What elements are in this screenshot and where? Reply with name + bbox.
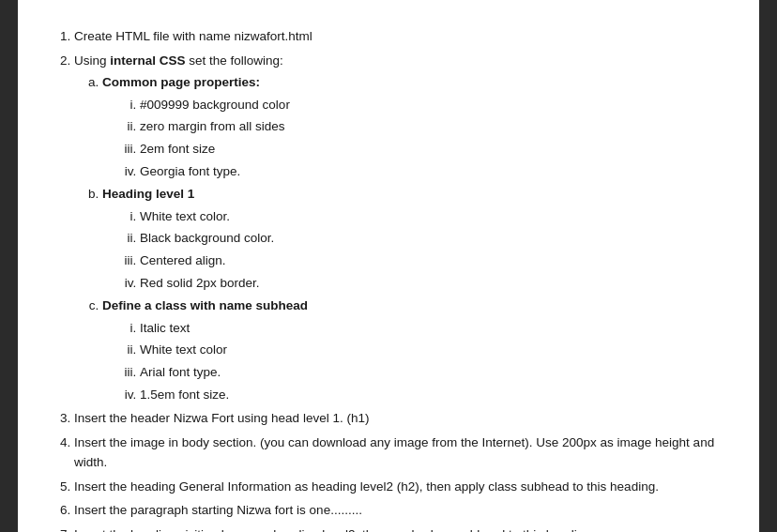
item-3-text: Insert the header Nizwa Fort using head … xyxy=(74,411,369,425)
roman-item: Black background color. xyxy=(140,228,722,249)
item-2-text-bold: internal CSS xyxy=(110,53,185,68)
content-area: Create HTML file with name nizwafort.htm… xyxy=(18,0,759,532)
roman-list-b: White text color. Black background color… xyxy=(102,206,722,293)
roman-item: White text color xyxy=(140,340,722,360)
sub-item-a-label: Common page properties: xyxy=(102,75,260,89)
roman-item: Georgia font type. xyxy=(140,161,722,182)
list-item: Using internal CSS set the following: Co… xyxy=(74,51,722,405)
item-1-text: Create HTML file with name nizwafort.htm… xyxy=(74,29,312,43)
roman-item: 2em font size xyxy=(140,139,722,160)
item-2-text-before: Using xyxy=(74,53,110,68)
item-4-text: Insert the image in body section. (you c… xyxy=(74,435,714,470)
item-7-text: Insert the heading visiting hours as hea… xyxy=(74,527,595,532)
main-list: Create HTML file with name nizwafort.htm… xyxy=(55,26,722,532)
roman-item: Arial font type. xyxy=(140,362,722,383)
list-item: Create HTML file with name nizwafort.htm… xyxy=(74,26,722,47)
roman-list-c: Italic text White text color Arial font … xyxy=(102,318,722,404)
roman-item: Centered align. xyxy=(140,251,722,271)
roman-item: 1.5em font size. xyxy=(140,385,722,405)
roman-item: Italic text xyxy=(140,318,722,339)
sub-item-a: Common page properties: #009999 backgrou… xyxy=(102,72,722,181)
list-item: Insert the header Nizwa Fort using head … xyxy=(74,408,722,429)
list-item: Insert the paragraph starting Nizwa fort… xyxy=(74,500,722,521)
sub-item-c-label: Define a class with name subhead xyxy=(102,298,308,312)
sub-item-b-label: Heading level 1 xyxy=(102,187,194,201)
roman-item: zero margin from all sides xyxy=(140,116,722,137)
roman-list-a: #009999 background color zero margin fro… xyxy=(102,95,722,181)
sub-alpha-list: Common page properties: #009999 backgrou… xyxy=(74,72,722,404)
sub-item-c: Define a class with name subhead Italic … xyxy=(102,296,722,404)
list-item: Insert the heading visiting hours as hea… xyxy=(74,524,722,532)
roman-item: #009999 background color xyxy=(140,95,722,115)
roman-item: Red solid 2px border. xyxy=(140,273,722,294)
item-6-text: Insert the paragraph starting Nizwa fort… xyxy=(74,503,362,517)
item-5-text: Insert the heading General Information a… xyxy=(74,479,659,494)
list-item: Insert the heading General Information a… xyxy=(74,477,722,497)
item-2-text-after: set the following: xyxy=(186,53,283,68)
sub-item-b: Heading level 1 White text color. Black … xyxy=(102,184,722,293)
list-item: Insert the image in body section. (you c… xyxy=(74,433,722,473)
roman-item: White text color. xyxy=(140,206,722,227)
